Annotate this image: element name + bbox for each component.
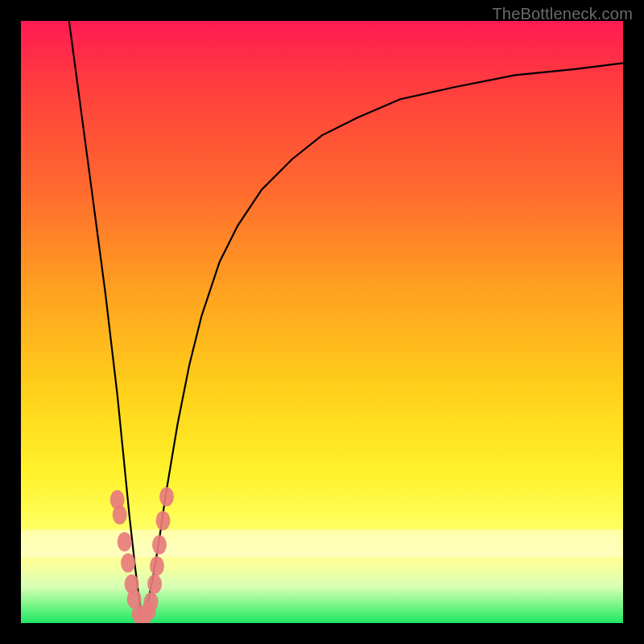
data-marker bbox=[156, 511, 171, 530]
data-marker bbox=[144, 592, 159, 612]
data-marker bbox=[159, 487, 174, 506]
data-marker bbox=[152, 535, 167, 555]
watermark-text: TheBottleneck.com bbox=[492, 5, 633, 23]
data-marker bbox=[150, 556, 164, 576]
plot-area bbox=[21, 21, 623, 623]
outer-frame: TheBottleneck.com bbox=[0, 0, 644, 644]
data-marker bbox=[113, 505, 127, 524]
curve-layer bbox=[21, 21, 623, 623]
data-marker bbox=[147, 574, 162, 593]
data-marker bbox=[118, 532, 132, 551]
data-marker bbox=[121, 553, 135, 572]
bottleneck-curve bbox=[69, 21, 623, 617]
